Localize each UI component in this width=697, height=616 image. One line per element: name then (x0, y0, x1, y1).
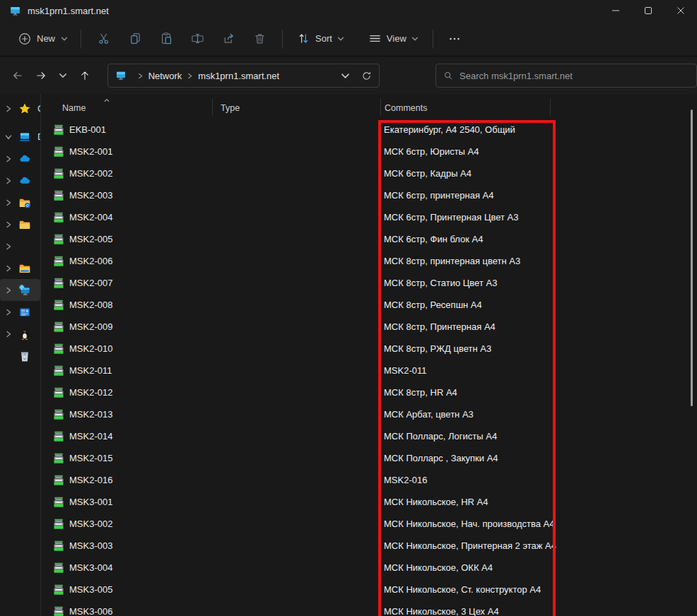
table-row[interactable]: MSK3-001 МСК Никольское, HR А4 (42, 491, 687, 513)
chevron-right-icon[interactable] (5, 331, 12, 338)
printer-name: MSK2-015 (69, 453, 112, 463)
table-row[interactable]: MSK3-003 МСК Никольское, Принтерная 2 эт… (42, 535, 687, 557)
sidebar-item-this-pc[interactable]: D (0, 126, 40, 148)
column-header-comments[interactable]: Comments (385, 103, 427, 113)
maximize-button[interactable] (632, 0, 664, 21)
breadcrumb-host[interactable]: msk1prn1.smart.net (198, 71, 279, 81)
table-row[interactable]: MSK3-004 МСК Никольское, ОКК А4 (42, 557, 687, 579)
table-row[interactable]: MSK2-004 МСК 6стр, Принтерная Цвет А3 (42, 206, 687, 228)
minimize-button[interactable] (599, 0, 632, 21)
trash-icon (253, 32, 266, 45)
table-row[interactable]: MSK2-005 МСК 6стр, Фин блок А4 (42, 228, 687, 250)
table-row[interactable]: MSK3-002 МСК Никольское, Нач. производст… (42, 513, 687, 535)
command-bar: New Sort View (0, 21, 697, 57)
sort-arrows-icon (297, 32, 310, 45)
printer-icon (53, 124, 64, 136)
scrollbar-thumb[interactable] (691, 109, 693, 406)
sidebar-item-onedrive-1[interactable] (0, 148, 40, 170)
chevron-right-icon[interactable] (5, 287, 12, 294)
comments-cell: МСК Арбат, цветн А3 (384, 403, 474, 425)
table-row[interactable]: MSK3-005 МСК Никольское, Ст. конструктор… (42, 579, 687, 600)
forward-button[interactable] (30, 65, 51, 86)
name-cell: MSK3-005 (53, 579, 112, 600)
table-row[interactable]: MSK2-013 МСК Арбат, цветн А3 (42, 403, 687, 425)
sidebar-item-recycle-bin[interactable] (0, 345, 40, 367)
table-row[interactable]: MSK2-006 МСК 8стр, принтерная цветн А3 (42, 250, 687, 272)
sidebar-divider[interactable] (40, 94, 41, 616)
sidebar-item-computer[interactable] (0, 235, 40, 257)
new-button[interactable]: New (13, 28, 74, 49)
chevron-right-icon[interactable] (5, 309, 12, 316)
column-headers: Name Type Comments (42, 97, 687, 117)
table-row[interactable]: EKB-001 Екатеринбург, А4 2540, Общий (42, 119, 687, 141)
delete-button[interactable] (244, 26, 275, 52)
table-row[interactable]: MSK2-001 МСК 6стр, Юристы А4 (42, 141, 687, 162)
sidebar-item-documents[interactable] (0, 257, 40, 279)
table-row[interactable]: MSK2-008 МСК 8стр, Ресепшн А4 (42, 294, 687, 316)
printer-icon (53, 300, 64, 311)
name-cell: MSK2-014 (53, 425, 112, 447)
search-input[interactable] (459, 71, 689, 81)
table-row[interactable]: MSK2-010 МСК 8стр, РЖД цветн А3 (42, 338, 687, 360)
name-cell: MSK2-013 (53, 403, 112, 425)
table-row[interactable]: MSK2-014 МСК Полларс, Логисты А4 (42, 425, 687, 447)
name-cell: EKB-001 (53, 119, 106, 141)
sidebar-item-onedrive-2[interactable] (0, 170, 40, 191)
search-box[interactable] (435, 64, 697, 88)
table-row[interactable]: MSK2-002 МСК 6стр, Кадры А4 (42, 162, 687, 184)
comments-cell: МСК Никольское, Ст. конструктор А4 (384, 579, 541, 600)
sidebar-item-network[interactable] (0, 279, 40, 301)
comments-cell: МСК Никольское, HR А4 (384, 491, 488, 513)
printer-name: MSK2-001 (69, 146, 112, 157)
recent-locations-button[interactable] (52, 65, 73, 86)
comments-cell: МСК Никольское, ОКК А4 (384, 557, 493, 579)
sidebar-item-folder[interactable] (0, 213, 40, 235)
copy-button[interactable] (119, 26, 151, 52)
table-row[interactable]: MSK2-011 MSK2-011 (42, 360, 687, 381)
back-button[interactable] (7, 65, 28, 86)
sidebar-item-linux[interactable] (0, 323, 40, 345)
share-button[interactable] (213, 26, 244, 52)
chevron-right-icon[interactable] (5, 265, 12, 272)
sort-button[interactable]: Sort (290, 28, 351, 49)
column-header-name[interactable]: Name (62, 103, 86, 113)
chevron-down-icon[interactable] (341, 71, 350, 81)
chevron-down-icon[interactable] (5, 134, 12, 141)
search-icon (443, 71, 453, 81)
printer-icon (53, 343, 64, 355)
table-row[interactable]: MSK2-016 MSK2-016 (42, 469, 687, 491)
table-row[interactable]: MSK3-006 МСК Никольское, 3 Цех А4 (42, 600, 687, 616)
column-separator[interactable] (550, 99, 551, 116)
printer-name: MSK2-005 (69, 234, 112, 244)
computer-icon (115, 70, 127, 81)
chevron-right-icon[interactable] (5, 221, 12, 228)
sidebar-item-control-panel[interactable] (0, 301, 40, 323)
chevron-right-icon[interactable] (5, 105, 12, 112)
breadcrumb-network[interactable]: Network (148, 71, 182, 81)
column-separator[interactable] (380, 99, 381, 116)
file-explorer-window: msk1prn1.smart.net New Sort View (0, 0, 697, 616)
refresh-icon[interactable] (361, 71, 372, 81)
close-button[interactable] (664, 0, 697, 21)
up-button[interactable] (74, 65, 95, 86)
sidebar-item-favorites[interactable]: C (0, 97, 40, 119)
column-separator[interactable] (212, 99, 213, 116)
address-bar[interactable]: Network msk1prn1.smart.net (107, 64, 380, 88)
sidebar-item-synced-folder[interactable] (0, 191, 40, 213)
table-row[interactable]: MSK2-009 МСК 8стр, Принтерная А4 (42, 316, 687, 338)
cut-button[interactable] (88, 26, 119, 52)
rename-button[interactable] (182, 26, 213, 52)
printer-icon (53, 453, 64, 464)
chevron-right-icon[interactable] (5, 177, 12, 184)
chevron-right-icon[interactable] (5, 243, 12, 250)
see-more-button[interactable] (440, 26, 469, 52)
table-row[interactable]: MSK2-007 МСК 8стр, Статио Цвет А3 (42, 272, 687, 294)
column-header-type[interactable]: Type (221, 103, 240, 113)
paste-button[interactable] (151, 26, 182, 52)
table-row[interactable]: MSK2-003 МСК 6стр, принтерная А4 (42, 184, 687, 206)
chevron-right-icon[interactable] (5, 199, 12, 206)
table-row[interactable]: MSK2-012 МСК 8стр, HR А4 (42, 381, 687, 403)
table-row[interactable]: MSK2-015 МСК Полларс , Закупки А4 (42, 447, 687, 469)
chevron-right-icon[interactable] (5, 155, 12, 162)
view-button[interactable]: View (361, 28, 426, 49)
